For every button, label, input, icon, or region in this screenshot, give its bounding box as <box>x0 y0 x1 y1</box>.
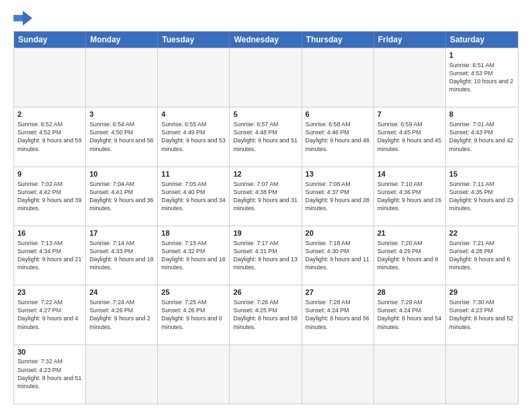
page: SundayMondayTuesdayWednesdayThursdayFrid… <box>0 0 532 411</box>
cell-info: Sunrise: 7:22 AMSunset: 4:27 PMDaylight:… <box>17 298 82 331</box>
day-number: 10 <box>89 169 154 179</box>
cell-info: Sunrise: 7:11 AMSunset: 4:35 PMDaylight:… <box>449 180 515 213</box>
cell-info: Sunrise: 7:18 AMSunset: 4:30 PMDaylight:… <box>306 239 370 272</box>
cell-info: Sunrise: 7:05 AMSunset: 4:40 PMDaylight:… <box>161 180 226 213</box>
calendar-header-cell: Sunday <box>14 32 86 48</box>
day-number: 13 <box>306 169 370 179</box>
day-number: 24 <box>89 287 154 298</box>
day-number: 19 <box>233 228 298 238</box>
cell-info: Sunrise: 7:21 AMSunset: 4:28 PMDaylight:… <box>449 239 515 272</box>
day-number: 6 <box>306 109 370 120</box>
calendar: SundayMondayTuesdayWednesdayThursdayFrid… <box>13 31 519 404</box>
cell-info: Sunrise: 7:02 AMSunset: 4:42 PMDaylight:… <box>17 180 82 213</box>
calendar-cell: 29Sunrise: 7:30 AMSunset: 4:23 PMDayligh… <box>446 285 518 344</box>
cell-info: Sunrise: 7:10 AMSunset: 4:36 PMDaylight:… <box>378 180 442 213</box>
calendar-cell <box>302 48 374 107</box>
day-number: 20 <box>306 228 370 238</box>
calendar-cell: 28Sunrise: 7:29 AMSunset: 4:24 PMDayligh… <box>374 285 446 344</box>
calendar-cell <box>230 345 302 404</box>
calendar-header-cell: Saturday <box>446 32 518 48</box>
day-number: 3 <box>89 109 154 120</box>
calendar-cell: 17Sunrise: 7:14 AMSunset: 4:33 PMDayligh… <box>86 226 158 285</box>
cell-info: Sunrise: 7:24 AMSunset: 4:26 PMDaylight:… <box>89 298 154 331</box>
calendar-header-cell: Thursday <box>302 32 374 48</box>
day-number: 28 <box>378 287 442 298</box>
calendar-header-cell: Friday <box>374 32 446 48</box>
calendar-cell: 27Sunrise: 7:28 AMSunset: 4:24 PMDayligh… <box>302 285 374 344</box>
calendar-cell: 12Sunrise: 7:07 AMSunset: 4:38 PMDayligh… <box>230 167 302 226</box>
cell-info: Sunrise: 7:29 AMSunset: 4:24 PMDaylight:… <box>378 298 442 331</box>
calendar-cell: 2Sunrise: 6:52 AMSunset: 4:52 PMDaylight… <box>14 107 86 166</box>
cell-info: Sunrise: 7:07 AMSunset: 4:38 PMDaylight:… <box>233 180 298 213</box>
day-number: 14 <box>378 169 442 179</box>
cell-info: Sunrise: 7:15 AMSunset: 4:32 PMDaylight:… <box>161 239 226 272</box>
day-number: 29 <box>449 287 515 298</box>
calendar-cell: 23Sunrise: 7:22 AMSunset: 4:27 PMDayligh… <box>14 285 86 344</box>
cell-info: Sunrise: 7:26 AMSunset: 4:25 PMDaylight:… <box>233 298 298 331</box>
calendar-header-cell: Wednesday <box>230 32 302 48</box>
calendar-row: 23Sunrise: 7:22 AMSunset: 4:27 PMDayligh… <box>14 285 518 344</box>
day-number: 27 <box>306 287 370 298</box>
calendar-cell: 10Sunrise: 7:04 AMSunset: 4:41 PMDayligh… <box>86 167 158 226</box>
calendar-cell: 13Sunrise: 7:08 AMSunset: 4:37 PMDayligh… <box>302 167 374 226</box>
day-number: 4 <box>161 109 226 120</box>
calendar-row: 16Sunrise: 7:13 AMSunset: 4:34 PMDayligh… <box>14 226 518 285</box>
cell-info: Sunrise: 7:25 AMSunset: 4:26 PMDaylight:… <box>161 298 226 331</box>
calendar-cell <box>302 345 374 404</box>
cell-info: Sunrise: 6:59 AMSunset: 4:45 PMDaylight:… <box>378 120 442 153</box>
cell-info: Sunrise: 6:54 AMSunset: 4:50 PMDaylight:… <box>89 120 154 153</box>
calendar-cell: 9Sunrise: 7:02 AMSunset: 4:42 PMDaylight… <box>14 167 86 226</box>
calendar-cell: 7Sunrise: 6:59 AMSunset: 4:45 PMDaylight… <box>374 107 446 166</box>
day-number: 9 <box>17 169 82 179</box>
calendar-row: 30Sunrise: 7:32 AMSunset: 4:23 PMDayligh… <box>14 345 518 404</box>
calendar-cell <box>158 48 230 107</box>
day-number: 2 <box>17 109 82 120</box>
calendar-cell: 8Sunrise: 7:01 AMSunset: 4:43 PMDaylight… <box>446 107 518 166</box>
svg-marker-1 <box>23 11 32 26</box>
cell-info: Sunrise: 7:08 AMSunset: 4:37 PMDaylight:… <box>306 180 370 213</box>
cell-info: Sunrise: 6:57 AMSunset: 4:48 PMDaylight:… <box>233 120 298 153</box>
calendar-row: 2Sunrise: 6:52 AMSunset: 4:52 PMDaylight… <box>14 107 518 166</box>
cell-info: Sunrise: 6:51 AMSunset: 4:53 PMDaylight:… <box>449 61 515 94</box>
calendar-cell <box>230 48 302 107</box>
calendar-cell: 6Sunrise: 6:58 AMSunset: 4:46 PMDaylight… <box>302 107 374 166</box>
calendar-cell <box>86 345 158 404</box>
header <box>13 11 519 26</box>
cell-info: Sunrise: 7:04 AMSunset: 4:41 PMDaylight:… <box>89 180 154 213</box>
cell-info: Sunrise: 7:28 AMSunset: 4:24 PMDaylight:… <box>306 298 370 331</box>
calendar-cell <box>446 345 518 404</box>
day-number: 18 <box>161 228 226 238</box>
day-number: 7 <box>378 109 442 120</box>
calendar-header-cell: Monday <box>86 32 158 48</box>
cell-info: Sunrise: 7:13 AMSunset: 4:34 PMDaylight:… <box>17 239 82 272</box>
cell-info: Sunrise: 7:17 AMSunset: 4:31 PMDaylight:… <box>233 239 298 272</box>
day-number: 25 <box>161 287 226 298</box>
calendar-cell: 24Sunrise: 7:24 AMSunset: 4:26 PMDayligh… <box>86 285 158 344</box>
calendar-cell: 22Sunrise: 7:21 AMSunset: 4:28 PMDayligh… <box>446 226 518 285</box>
calendar-cell <box>374 48 446 107</box>
calendar-body: 1Sunrise: 6:51 AMSunset: 4:53 PMDaylight… <box>14 48 518 404</box>
day-number: 11 <box>161 169 226 179</box>
cell-info: Sunrise: 7:20 AMSunset: 4:29 PMDaylight:… <box>378 239 442 272</box>
calendar-cell: 11Sunrise: 7:05 AMSunset: 4:40 PMDayligh… <box>158 167 230 226</box>
calendar-cell: 16Sunrise: 7:13 AMSunset: 4:34 PMDayligh… <box>14 226 86 285</box>
cell-info: Sunrise: 7:32 AMSunset: 4:23 PMDaylight:… <box>17 357 82 390</box>
calendar-row: 9Sunrise: 7:02 AMSunset: 4:42 PMDaylight… <box>14 167 518 226</box>
calendar-cell <box>86 48 158 107</box>
day-number: 30 <box>17 347 82 357</box>
cell-info: Sunrise: 7:30 AMSunset: 4:23 PMDaylight:… <box>449 298 515 331</box>
day-number: 16 <box>17 228 82 238</box>
cell-info: Sunrise: 7:14 AMSunset: 4:33 PMDaylight:… <box>89 239 154 272</box>
day-number: 5 <box>233 109 298 120</box>
calendar-cell <box>374 345 446 404</box>
svg-rect-2 <box>13 15 23 21</box>
calendar-cell: 15Sunrise: 7:11 AMSunset: 4:35 PMDayligh… <box>446 167 518 226</box>
calendar-cell <box>158 345 230 404</box>
day-number: 12 <box>233 169 298 179</box>
calendar-header-cell: Tuesday <box>158 32 230 48</box>
day-number: 1 <box>449 50 515 60</box>
cell-info: Sunrise: 6:58 AMSunset: 4:46 PMDaylight:… <box>306 120 370 153</box>
calendar-row: 1Sunrise: 6:51 AMSunset: 4:53 PMDaylight… <box>14 48 518 107</box>
calendar-cell <box>14 48 86 107</box>
calendar-cell: 25Sunrise: 7:25 AMSunset: 4:26 PMDayligh… <box>158 285 230 344</box>
